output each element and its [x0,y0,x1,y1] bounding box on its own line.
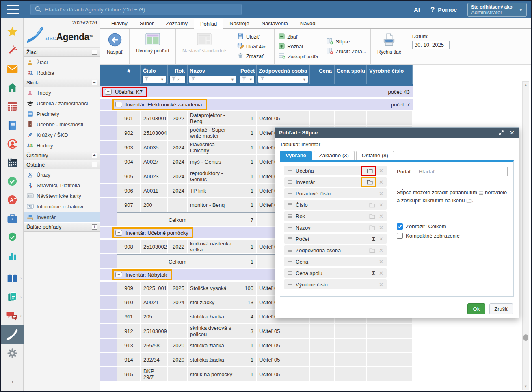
cancel-sort-button[interactable]: Zrušiť: Zora... [327,47,367,56]
tab-nastavenia[interactable]: Nastavenia [255,19,294,28]
delete-button[interactable]: Zmazať [237,52,264,61]
show-total-checkbox[interactable]: Zobraziť: Celkom [397,222,508,231]
table-row[interactable]: 913265/582020stolička žiacka1Učiteľ 05 [100,339,413,353]
sidebar-section--iaci[interactable]: Žiaci− [24,48,100,57]
back-button[interactable]: Naspäť [104,32,125,56]
collapse-group-button[interactable]: − [115,272,122,277]
drag-handle-icon[interactable] [288,226,292,230]
remove-column-icon[interactable]: ✕ [379,259,383,265]
collapse-group-button[interactable]: − [105,89,112,95]
tab-hlavn-[interactable]: Hlavný [105,19,134,28]
column-header-v-robn-slo[interactable]: Výrobné číslo [367,65,413,75]
global-search-input[interactable]: Hľadať v dátach Agendy Online (Ctrl + G) [30,4,242,15]
help-button[interactable]: ? Pomoc [430,6,457,14]
drag-handle-icon[interactable] [288,169,292,173]
cancel-button[interactable]: Zrušiť [489,303,513,314]
home-view-button[interactable]: Úvodný pohľad [134,32,171,54]
sidebar-item-predmety[interactable]: Predmety [24,108,100,119]
remove-column-icon[interactable]: ✕ [379,179,383,185]
table-row[interactable]: 91225103009skrinka dverová s policou3Uči… [100,324,413,339]
filter-input[interactable]: ▼ [189,76,236,83]
group-by-button[interactable]: Zoskupiť podľa [279,52,318,61]
table-row[interactable]: 914232/342020stolička žiacka1Učiteľ 05 [100,353,413,367]
sidebar-item--razy[interactable]: Úrazy [24,169,100,180]
safety-shield-icon[interactable] [1,228,24,247]
remove-column-icon[interactable]: ✕ [379,213,383,219]
column-header-zodpovedn-osoba[interactable]: Zodpovedná osoba [257,65,310,75]
magic-wand-icon[interactable] [1,41,24,60]
table-row[interactable]: 915DKP 29/7stolík na pomôcky1Učiteľ 05 [100,367,413,382]
tab-zoznamy[interactable]: Zoznamy [160,19,193,28]
attendance-check-icon[interactable] [1,172,24,191]
group-folder-icon[interactable] [369,214,375,219]
drag-handle-icon[interactable] [288,260,292,264]
scrollbar-thumb[interactable] [523,334,528,341]
group-folder-icon[interactable] [369,248,375,253]
table-row[interactable]: 901251030012022Dataprojektor - Benq1Učit… [100,111,413,126]
documents-copies-icon[interactable]: › [1,288,24,306]
collapse-section-icon[interactable]: − [92,50,97,55]
communication-chat-icon[interactable]: › [1,306,24,325]
group-folder-icon[interactable] [367,168,373,173]
column-header-cena-spolu[interactable]: Cena spolu [335,65,367,75]
ok-button[interactable]: Ok [467,303,486,314]
favorites-star-icon[interactable] [1,22,24,41]
remove-column-icon[interactable]: ✕ [379,202,383,208]
dialog-tab-ostatn-8-[interactable]: Ostatné (8) [356,151,394,160]
filter-input[interactable]: ▼ [240,76,255,83]
drag-handle-icon[interactable] [288,214,292,218]
sidebar-item-triedy[interactable]: Triedy [24,87,100,98]
compact-view-checkbox[interactable]: Kompaktné zobrazenie [397,231,508,240]
dialog-close-icon[interactable]: ✕ [509,130,515,136]
drag-handle-icon[interactable] [288,271,292,275]
collapse-all-button[interactable]: Zbaľ [279,32,297,41]
sum-sigma-icon[interactable]: Σ [372,270,375,276]
vertical-scrollbar[interactable]: ▲ ▼ [522,81,529,390]
drag-handle-icon[interactable] [288,192,292,195]
sidebar-section--kola[interactable]: Škola− [24,78,100,87]
tab-poh-ad[interactable]: Pohľad [194,19,223,29]
calendar-plan-icon[interactable] [1,153,24,172]
drag-handle-icon[interactable] [288,283,292,286]
filter-input[interactable]: ▼ [142,76,166,83]
sidebar-item-n-v-tevn-cke-karty[interactable]: Návštevnícke karty [24,191,100,201]
scroll-down-arrow-icon[interactable]: ▼ [523,384,529,388]
sidebar-item-stravn-ci-platitelia[interactable]: Stravníci, Platitelia [24,180,100,191]
filter-input[interactable]: .× [169,76,186,83]
group-folder-icon[interactable] [369,202,375,208]
sum-sigma-icon[interactable]: Σ [372,236,375,242]
date-input[interactable] [412,41,450,49]
drag-handle-icon[interactable] [288,203,292,207]
column-header--[interactable]: # [117,65,141,75]
filter-input[interactable]: ▼ [258,76,308,83]
settings-gear-icon[interactable] [1,344,24,362]
logged-in-user-dropdown[interactable]: Ste prihlásený ako Administrátor ▼ [467,3,527,17]
classbook-notebook-icon[interactable] [1,116,24,134]
scroll-up-arrow-icon[interactable]: ▲ [523,83,529,87]
substitution-person-icon[interactable] [1,134,24,153]
grades-a-icon[interactable]: A [1,191,24,209]
expand-section-icon[interactable]: + [92,224,97,230]
sidebar-item-invent-r[interactable]: Inventár [24,212,100,222]
sidebar-item-rodi-ia[interactable]: Rodičia [24,67,100,78]
ai-button[interactable]: AI [414,6,420,13]
remove-column-icon[interactable]: ✕ [379,236,383,242]
drag-handle-icon[interactable] [288,237,292,241]
sidebar-item-hodiny[interactable]: Hodiny [24,140,100,151]
statistics-chart-icon[interactable] [1,247,24,265]
library-book-icon[interactable]: › [1,269,24,288]
expand-all-button[interactable]: Rozbaľ [279,42,303,51]
column-header--slo[interactable]: Číslo [141,65,168,75]
tab-n-stroje[interactable]: Nástroje [223,19,255,28]
add-column-search-input[interactable] [416,167,508,176]
home-icon[interactable] [1,78,24,97]
remove-column-icon[interactable]: ✕ [379,270,383,276]
sidebar-item-kr-ky-kd[interactable]: Krúžky / ŠKD [24,130,100,140]
remove-column-icon[interactable]: ✕ [379,247,383,253]
set-default-button[interactable]: Nastaviť štandardné [180,32,229,54]
expand-section-icon[interactable]: + [92,153,97,158]
column-header-cena[interactable]: Cena [310,65,335,75]
save-as-button[interactable]: Uložiť Ako... [237,42,270,51]
sidebar-section-ostatn-[interactable]: Ostatné− [24,160,100,169]
columns-button[interactable]: Stĺpce [327,37,350,46]
